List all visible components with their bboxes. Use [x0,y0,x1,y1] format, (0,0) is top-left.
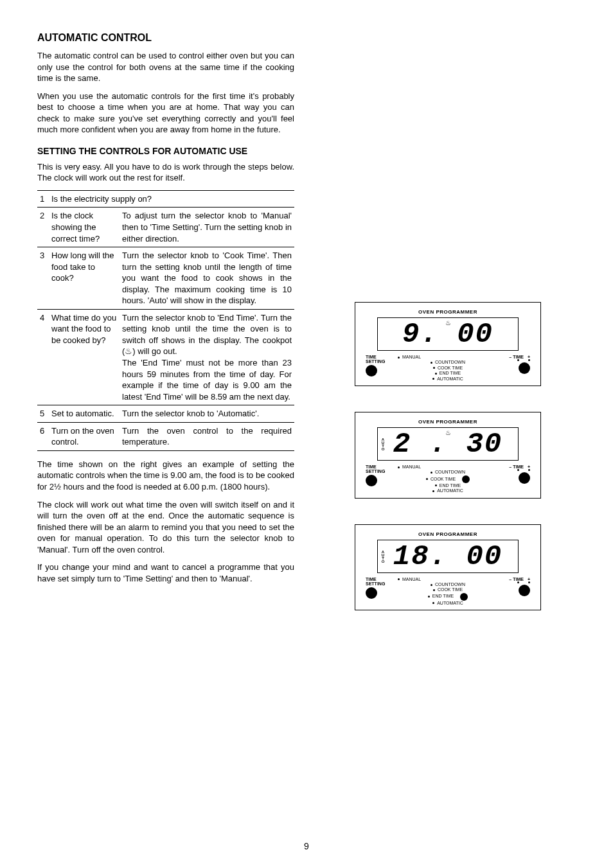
mode-countdown: COUNTDOWN [435,470,465,475]
step-question: Is the electricity supply on? [49,190,294,208]
programmer-panel-2: OVEN PROGRAMMER AUTO ♨ 2 . 30 TIME SETTI… [355,412,541,499]
display-box: ♨ 9. 00 [377,317,519,351]
time-plus-label: + [528,465,530,469]
mode-endtime: END TIME [432,594,454,599]
panel-title: OVEN PROGRAMMER [362,531,534,537]
mode-cooktime: COOK TIME [438,587,463,592]
programmer-panel-1: OVEN PROGRAMMER ♨ 9. 00 TIME SETTING MAN… [355,302,541,386]
time-minus-label: – TIME [509,465,524,469]
time-minus-label: – TIME [509,577,524,581]
mode-labels: MANUAL COUNTDOWN COOK TIME END TIME AUTO… [398,577,498,607]
panel-title: OVEN PROGRAMMER [362,419,534,425]
auto-strip: AUTO [380,544,386,569]
time-setting-label-1: TIME [366,577,377,581]
auto-strip: AUTO [380,432,386,456]
intro-para-3: This is very easy. All you have to do is… [37,161,294,184]
step-num: 2 [37,208,49,247]
knob-row: TIME SETTING MANUAL COUNTDOWN COOK TIME … [362,461,534,494]
clock-para: The clock will work out what time the ov… [37,499,294,556]
step-question: How long will the food take to cook? [49,247,120,310]
heading-automatic-control: AUTOMATIC CONTROL [37,32,294,44]
selector-indicator-icon [462,475,470,483]
mode-automatic: AUTOMATIC [437,488,463,493]
step-num: 6 [37,422,49,450]
cookpot-icon: ♨ [445,429,451,436]
right-knob-icon [519,362,530,374]
intro-para-1: The automatic control can be used to con… [37,50,294,84]
right-knob-icon [519,472,530,484]
mode-endtime: END TIME [440,371,461,376]
display-digits: 18. 00 [393,540,502,572]
time-plus-label: + [528,355,530,359]
mode-manual: MANUAL [402,577,421,582]
step-num: 3 [37,247,49,310]
left-knob-icon [366,587,377,599]
mode-endtime: END TIME [440,483,461,488]
cookpot-icon: ♨ [445,319,451,326]
mode-cooktime: COOK TIME [438,366,463,371]
cancel-para: If you change your mind and want to canc… [37,562,294,584]
step-answer: Turn the oven control to the required te… [120,422,294,450]
step-row-5: 5 Set to automatic. Turn the selector kn… [37,405,294,423]
time-setting-label-2: SETTING [366,469,385,474]
knob-row: TIME SETTING MANUAL COUNTDOWN COOK TIME … [362,573,534,607]
step-question: What time do you want the food to be coo… [49,309,120,405]
knob-row: TIME SETTING MANUAL COUNTDOWN COOK TIME … [362,351,534,382]
intro-para-2: When you use the automatic controls for … [37,91,294,136]
step-num: 4 [37,309,49,405]
time-setting-label-2: SETTING [366,359,385,364]
panel-title: OVEN PROGRAMMER [362,309,534,315]
mode-manual: MANUAL [402,465,421,470]
time-setting-label-1: TIME [366,355,377,359]
step-answer: Turn the selector knob to 'Cook Time'. T… [120,247,294,310]
step-question: Set to automatic. [49,405,120,423]
left-knob-icon [366,475,377,486]
step-row-1: 1 Is the electricity supply on? [37,190,294,208]
step-row-6: 6 Turn on the oven control. Turn the ove… [37,422,294,450]
left-knob-icon [366,365,377,376]
mode-countdown: COUNTDOWN [435,582,465,587]
display-box: AUTO 18. 00 [377,540,519,573]
time-setting-label-1: TIME [366,465,377,469]
time-minus-label: – TIME [509,355,524,359]
mode-labels: MANUAL COUNTDOWN COOK TIME END TIME AUTO… [398,355,498,382]
example-para: The time shown on the right gives an exa… [37,459,294,493]
step-question: Turn on the oven control. [49,422,120,450]
mode-automatic: AUTOMATIC [437,376,463,382]
heading-setting-controls: SETTING THE CONTROLS FOR AUTOMATIC USE [37,146,294,156]
right-knob-icon [519,585,530,596]
step-num: 1 [37,190,49,208]
step-row-4: 4 What time do you want the food to be c… [37,309,294,405]
steps-table: 1 Is the electricity supply on? 2 Is the… [37,190,294,451]
step-answer: Turn the selector knob to 'End Time'. Tu… [120,309,294,405]
step-row-3: 3 How long will the food take to cook? T… [37,247,294,310]
mode-cooktime: COOK TIME [431,477,456,482]
step-row-2: 2 Is the clock showing the correct time?… [37,208,294,247]
page-number: 9 [304,841,309,851]
time-setting-label-2: SETTING [366,581,385,586]
step-answer: Turn the selector knob to 'Automatic'. [120,405,294,423]
mode-manual: MANUAL [402,355,421,360]
programmer-panel-3: OVEN PROGRAMMER AUTO 18. 00 TIME SETTING… [355,524,541,611]
selector-indicator-icon [460,593,468,601]
mode-labels: MANUAL COUNTDOWN COOK TIME END TIME AUTO… [398,465,498,494]
display-box: AUTO ♨ 2 . 30 [377,427,519,461]
mode-automatic: AUTOMATIC [437,601,463,606]
step-question: Is the clock showing the correct time? [49,208,120,247]
time-plus-label: + [528,577,530,581]
step-answer: To adjust turn the selector knob to 'Man… [120,208,294,247]
mode-countdown: COUNTDOWN [435,360,465,365]
step-num: 5 [37,405,49,423]
